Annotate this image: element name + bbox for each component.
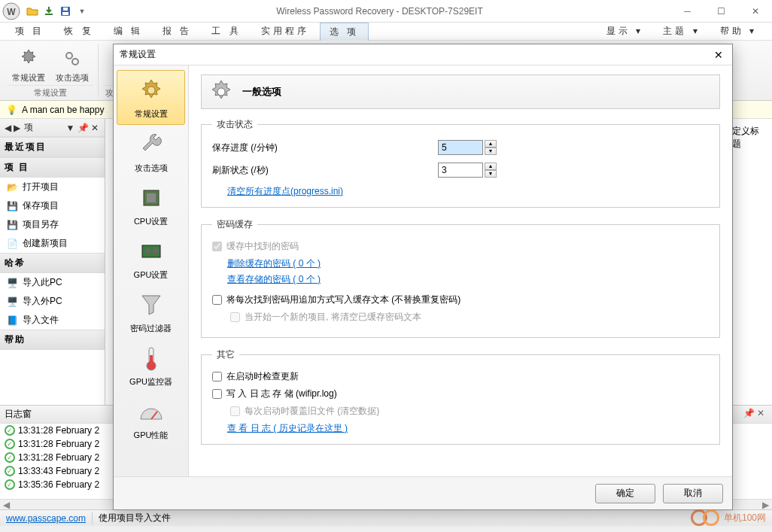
- svg-rect-9: [147, 193, 156, 202]
- spin-up-button[interactable]: ▲: [485, 140, 497, 147]
- general-settings-button[interactable]: 常规设置: [8, 45, 50, 85]
- menu-item[interactable]: 恢 复: [55, 23, 102, 41]
- attack-options-button[interactable]: 攻击选项: [51, 45, 93, 85]
- sidebar-item-wrench[interactable]: 攻击选项: [114, 125, 188, 178]
- save-progress-spinner[interactable]: ▲▼: [438, 140, 497, 155]
- folder-icon: 📂: [6, 181, 18, 193]
- gear-icon: [136, 75, 166, 105]
- legend-attack: 攻击状态: [212, 118, 257, 131]
- cancel-button[interactable]: 取消: [663, 484, 723, 503]
- clear-progress-link[interactable]: 清空所有进度点(progress.ini): [227, 186, 343, 196]
- menu-item[interactable]: 主题 ▾: [654, 23, 709, 40]
- save-progress-input[interactable]: [438, 140, 483, 155]
- refresh-status-input[interactable]: [438, 163, 483, 178]
- menu-item[interactable]: 编 辑: [105, 23, 152, 41]
- svg-rect-3: [62, 12, 68, 15]
- view-log-link[interactable]: 查 看 日 志 ( 历史记录在这里 ): [227, 423, 348, 433]
- check-icon: ✓: [5, 452, 15, 463]
- svg-point-7: [147, 87, 155, 94]
- section-header: 哈希: [0, 253, 105, 273]
- section-header: 最近项目: [0, 137, 105, 157]
- refresh-status-spinner[interactable]: ▲▼: [438, 163, 497, 178]
- panel-item[interactable]: 💾保存项目: [0, 196, 105, 215]
- menu-item[interactable]: 选 项: [320, 23, 369, 41]
- sidebar-item-cpu[interactable]: CPU设置: [114, 178, 188, 232]
- save-icon[interactable]: [59, 5, 72, 18]
- section-header: 帮助: [0, 330, 105, 350]
- svg-point-12: [153, 248, 159, 254]
- menu-item[interactable]: 报 告: [153, 23, 201, 41]
- check-update-checkbox[interactable]: [212, 372, 222, 382]
- maximize-button[interactable]: ☐: [704, 0, 738, 23]
- menu-item[interactable]: 显示 ▾: [597, 23, 652, 40]
- dialog-titlebar: 常规设置 ✕: [114, 44, 732, 65]
- check-icon: ✓: [5, 439, 15, 449]
- write-log-checkbox[interactable]: [212, 389, 222, 399]
- funnel-icon: [136, 290, 166, 320]
- menu-item[interactable]: 项 目: [6, 23, 53, 41]
- panel-item[interactable]: 📘导入文件: [0, 311, 105, 330]
- panel-item-label: 创建新项目: [23, 237, 68, 250]
- dialog-content: 一般选项 攻击状态 保存进度 (/分钟) ▲▼ 刷新状态 (/秒) ▲▼: [189, 65, 732, 476]
- new-icon: 📄: [6, 238, 18, 250]
- panel-item-label: 打开项目: [23, 181, 59, 193]
- view-cache-link[interactable]: 查看存储的密码 ( 0 个 ): [227, 274, 321, 284]
- download-icon[interactable]: [42, 5, 56, 18]
- spin-down-button[interactable]: ▼: [485, 170, 497, 178]
- spin-up-button[interactable]: ▲: [485, 163, 497, 170]
- sidebar-item-gpu[interactable]: GPU设置: [114, 232, 188, 285]
- svg-point-5: [66, 53, 72, 59]
- wrench-icon: [136, 129, 166, 160]
- cache-found-label: 缓存中找到的密码: [226, 240, 299, 253]
- menu-item[interactable]: 帮助 ▾: [711, 23, 766, 40]
- menu-item[interactable]: 实用程序: [252, 23, 318, 41]
- sidebar-item-label: 密码过滤器: [130, 323, 172, 334]
- info-text: A man can be happy: [22, 105, 104, 115]
- dialog-close-button[interactable]: ✕: [711, 47, 726, 62]
- content-header-text: 一般选项: [242, 85, 281, 99]
- sidebar-item-gear[interactable]: 常规设置: [117, 70, 185, 125]
- ok-button[interactable]: 确定: [595, 484, 655, 503]
- legend-cache: 密码缓存: [212, 218, 257, 231]
- gear-icon: [208, 78, 235, 105]
- panel-item[interactable]: 📂打开项目: [0, 178, 105, 196]
- dialog-title: 常规设置: [120, 48, 156, 61]
- pin-icon[interactable]: 📌 ✕: [743, 408, 764, 421]
- pc-icon: 🖥️: [6, 277, 18, 289]
- open-icon[interactable]: [26, 5, 39, 18]
- svg-point-6: [72, 59, 78, 65]
- status-link[interactable]: www.passcape.com: [6, 513, 86, 524]
- svg-rect-15: [150, 355, 153, 364]
- sidebar-item-gauge[interactable]: GPU性能: [114, 392, 188, 445]
- log-title: 日志窗: [5, 408, 32, 421]
- saveas-icon: 💾: [6, 219, 18, 231]
- legend-misc: 其它: [212, 348, 239, 361]
- group-label: 常规设置: [8, 85, 93, 100]
- append-cache-checkbox[interactable]: [212, 295, 222, 305]
- panel-item-label: 导入此PC: [23, 276, 62, 289]
- sidebar-item-thermo[interactable]: GPU监控器: [114, 339, 188, 392]
- write-log-label: 写 入 日 志 存 储 (wifipr.log): [226, 388, 337, 400]
- delete-cache-link[interactable]: 删除缓存的密码 ( 0 个 ): [227, 258, 321, 269]
- panel-item-label: 导入外PC: [23, 295, 62, 308]
- panel-header: ◀ ▶ 项 ▼ 📌 ✕: [0, 119, 105, 137]
- refresh-status-label: 刷新状态 (/秒): [212, 164, 438, 177]
- misc-group: 其它 在启动时检查更新 写 入 日 志 存 储 (wifipr.log) 每次启…: [201, 348, 720, 445]
- panel-item[interactable]: 💾项目另存: [0, 215, 105, 234]
- content-header: 一般选项: [201, 74, 720, 109]
- panel-item[interactable]: 📄创建新项目: [0, 234, 105, 253]
- close-button[interactable]: ✕: [738, 0, 772, 23]
- menu-item[interactable]: 工 具: [202, 23, 250, 41]
- spin-down-button[interactable]: ▼: [485, 147, 497, 155]
- panel-item-label: 项目另存: [23, 218, 59, 231]
- statusbar: www.passcape.com 使用项目导入文件: [0, 509, 772, 526]
- sidebar-item-label: CPU设置: [134, 216, 168, 227]
- sidebar-item-funnel[interactable]: 密码过滤器: [114, 285, 188, 339]
- dropdown-icon[interactable]: ▼: [75, 5, 89, 18]
- minimize-button[interactable]: ─: [670, 0, 704, 23]
- sidebar-item-label: GPU设置: [134, 269, 169, 281]
- attack-status-group: 攻击状态 保存进度 (/分钟) ▲▼ 刷新状态 (/秒) ▲▼ 清空所有进度点(…: [201, 118, 720, 208]
- panel-item[interactable]: 🖥️导入此PC: [0, 273, 105, 292]
- panel-item[interactable]: 🖥️导入外PC: [0, 292, 105, 311]
- overwrite-log-label: 每次启动时覆盖旧文件 (清空数据): [245, 405, 379, 418]
